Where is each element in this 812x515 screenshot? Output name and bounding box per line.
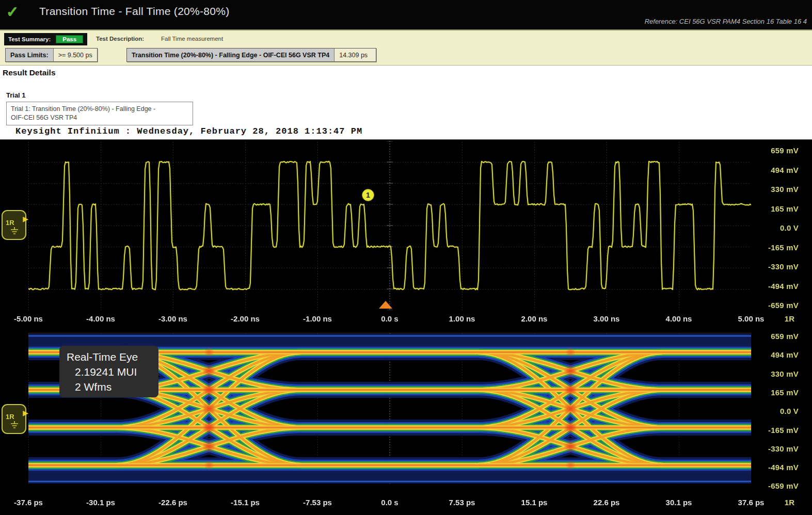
waveform-x-label: 3.00 ns — [594, 314, 620, 323]
waveform-x-label: -2.00 ns — [231, 314, 260, 323]
pass-limits-label: Pass Limits: — [6, 49, 54, 61]
eye-tooltip-wfms: 2 Wfms — [67, 379, 158, 394]
waveform-x-axis: -5.00 ns-4.00 ns-3.00 ns-2.00 ns-1.00 ns… — [0, 140, 812, 326]
measurement-value: 14.309 ps — [335, 49, 376, 61]
eye-tooltip-mui: 2.19241 MUI — [67, 364, 158, 379]
pass-limits-value: >= 9.500 ps — [54, 49, 97, 61]
waveform-x-label: -1.00 ns — [303, 314, 332, 323]
eye-x-label: 15.1 ps — [521, 498, 548, 507]
waveform-x-label: 2.00 ns — [521, 314, 548, 323]
trial-label: Trial 1 — [6, 91, 26, 99]
eye-channel-label: 1R — [785, 498, 794, 507]
eye-x-label: -37.6 ps — [14, 498, 43, 507]
measurement-box: Transition Time (20%-80%) - Falling Edge… — [126, 48, 376, 62]
eye-x-label: 30.1 ps — [666, 498, 692, 507]
page-title: Transition Time - Fall Time (20%-80%) — [39, 5, 230, 18]
result-details-heading: Result Details — [3, 68, 56, 77]
measurement-label: Transition Time (20%-80%) - Falling Edge… — [127, 49, 335, 61]
waveform-x-label: 4.00 ns — [666, 314, 692, 323]
test-summary-label: Test Summary: — [8, 36, 51, 42]
eye-x-label: 0.0 s — [381, 498, 398, 507]
pass-badge: Pass — [56, 35, 83, 43]
trial-box-line1: Trial 1: Transition Time (20%-80%) - Fal… — [11, 105, 188, 114]
waveform-chart: 1R ▶ 1 659 mV494 mV330 mV165 mV0.0 V-165… — [0, 139, 812, 326]
trial-box-line2: OIF-CEI 56G VSR TP4 — [11, 114, 188, 122]
eye-x-label: 22.6 ps — [594, 498, 620, 507]
test-summary-box: Test Summary: Pass — [4, 33, 87, 45]
report-page: ✓ Transition Time - Fall Time (20%-80%) … — [0, 0, 812, 515]
waveform-x-label: 5.00 ns — [738, 314, 765, 323]
eye-x-label: 7.53 ps — [449, 498, 475, 507]
eye-tooltip-title: Real-Time Eye — [67, 349, 158, 364]
waveform-x-label: 0.0 s — [381, 314, 398, 323]
waveform-channel-label: 1R — [785, 314, 794, 323]
pass-check-icon: ✓ — [6, 3, 19, 21]
reference-text: Reference: CEI 56G VSR PAM4 Section 16 T… — [645, 18, 807, 25]
title-bar: ✓ Transition Time - Fall Time (20%-80%) … — [0, 0, 812, 29]
eye-x-label: -15.1 ps — [231, 498, 260, 507]
test-description-label: Test Description: — [96, 36, 144, 42]
waveform-x-label: 1.00 ns — [449, 314, 475, 323]
summary-band: Test Summary: Pass Test Description: Fal… — [0, 29, 812, 66]
eye-tooltip: Real-Time Eye 2.19241 MUI 2 Wfms — [59, 346, 158, 397]
waveform-x-label: -5.00 ns — [14, 314, 43, 323]
scope-caption: Keysight Infiniium : Wednesday, February… — [15, 126, 362, 136]
eye-chart: 1R ▶ Real-Time Eye 2.19241 MUI 2 Wfms 65… — [0, 326, 812, 515]
eye-x-label: -22.6 ps — [158, 498, 187, 507]
eye-x-label: -30.1 ps — [86, 498, 115, 507]
eye-x-label: 37.6 ps — [738, 498, 765, 507]
test-description-value: Fall Time measurement — [161, 36, 223, 42]
eye-x-label: -7.53 ps — [303, 498, 332, 507]
waveform-x-label: -3.00 ns — [158, 314, 187, 323]
pass-limits-box: Pass Limits: >= 9.500 ps — [5, 48, 98, 62]
trial-box: Trial 1: Transition Time (20%-80%) - Fal… — [6, 102, 193, 125]
waveform-x-label: -4.00 ns — [86, 314, 115, 323]
